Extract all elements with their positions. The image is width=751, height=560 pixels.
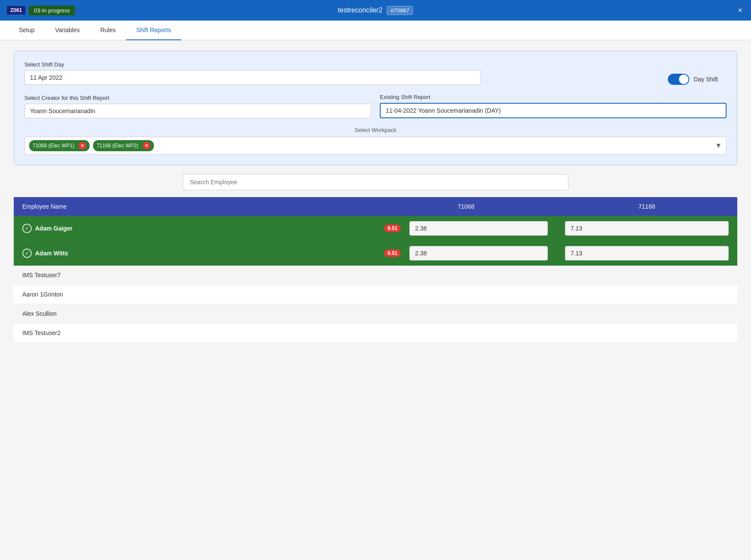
status-badge: 03-In progress [29,6,75,15]
check-icon: ✓ [22,224,32,233]
table-row[interactable]: IMS Testuser7 [14,266,737,285]
existing-report-label: Existing Shift Report [380,94,430,100]
shift-day-input[interactable] [24,70,481,85]
wp1-input[interactable] [409,221,548,236]
employee-name: Alex Scullion [14,304,737,323]
employee-name: IMS Testuser2 [14,323,737,343]
hours-badge: 9.51 [384,225,401,232]
existing-report-input[interactable] [380,103,727,118]
shift-report-form: Select Shift Day Day Shift Select Creato… [14,51,737,165]
workpack-dropdown-arrow: ▼ [715,142,722,150]
employee-name: Adam Gaiger [35,225,72,232]
search-employee-input[interactable] [183,174,568,190]
tab-variables[interactable]: Variables [45,21,90,40]
ticket-badge: #70967 [387,6,413,15]
workpack-tag-1: 71068 (Elec WP1) ✕ [29,140,90,151]
check-icon: ✓ [22,249,32,258]
workpack-group: Select Workpack 71068 (Elec WP1) ✕ 71168… [24,127,727,155]
creator-input[interactable] [24,104,371,118]
table-header-row: Employee Name 71068 71168 [14,197,737,216]
table-row[interactable]: ✓ Adam Witts 9.51 [14,241,737,266]
nav-tabs: Setup Variables Rules Shift Reports [0,21,751,40]
col-wp1: 71068 [376,197,556,216]
employee-name: IMS Testuser7 [14,266,737,285]
search-employee-wrapper [14,174,737,190]
footer: If you need any assistance please regist… [0,558,751,560]
workpack-label: Select Workpack [24,127,727,133]
tab-shift-reports[interactable]: Shift Reports [126,21,181,40]
app-header: Z061 03-In progress testreconciler2 #709… [0,0,751,21]
hours-badge: 9.51 [384,249,401,257]
header-title-group: testreconciler2 #70967 [338,6,413,15]
wp2-input[interactable] [565,246,729,261]
creator-label: Select Creator for this Shift Report [24,95,109,101]
col-wp2: 71168 [556,197,737,216]
tab-setup[interactable]: Setup [9,21,45,40]
day-shift-toggle[interactable] [668,74,689,85]
shift-day-label: Select Shift Day [24,61,481,68]
main-content: Select Shift Day Day Shift Select Creato… [0,40,751,558]
workpack-tag-2-label: 71168 (Elec WP2) [96,143,138,149]
workpack-tag-1-remove[interactable]: ✕ [78,142,86,150]
day-shift-toggle-group: Day Shift [490,62,727,85]
existing-report-group: Existing Shift Report [380,93,727,118]
col-employee-name: Employee Name [14,197,376,216]
day-shift-label: Day Shift [694,76,718,83]
shift-day-group: Select Shift Day [24,61,481,85]
workpack-tag-2-remove[interactable]: ✕ [143,142,150,150]
wp2-input[interactable] [565,221,729,236]
table-row[interactable]: Alex Scullion [14,304,737,323]
toggle-knob [679,75,688,84]
close-button[interactable]: × [738,6,742,15]
employee-name: Aaron 1Grinton [14,285,737,304]
employee-table: Employee Name 71068 71168 ✓ Adam Gaiger … [14,197,737,343]
zone-badge: Z061 [7,6,25,15]
wp1-input[interactable] [409,246,548,261]
app-title: testreconciler2 [338,6,382,14]
creator-group: Select Creator for this Shift Report [24,94,371,118]
workpack-tag-1-label: 71068 (Elec WP1) [33,143,74,149]
table-row[interactable]: ✓ Adam Gaiger 9.51 [14,216,737,241]
table-row[interactable]: Aaron 1Grinton [14,285,737,304]
workpack-tag-2: 71168 (Elec WP2) ✕ [93,140,153,151]
tab-rules[interactable]: Rules [90,21,126,40]
table-row[interactable]: IMS Testuser2 [14,323,737,343]
employee-name: Adam Witts [35,250,68,257]
workpack-input[interactable]: 71068 (Elec WP1) ✕ 71168 (Elec WP2) ✕ ▼ [24,137,727,155]
